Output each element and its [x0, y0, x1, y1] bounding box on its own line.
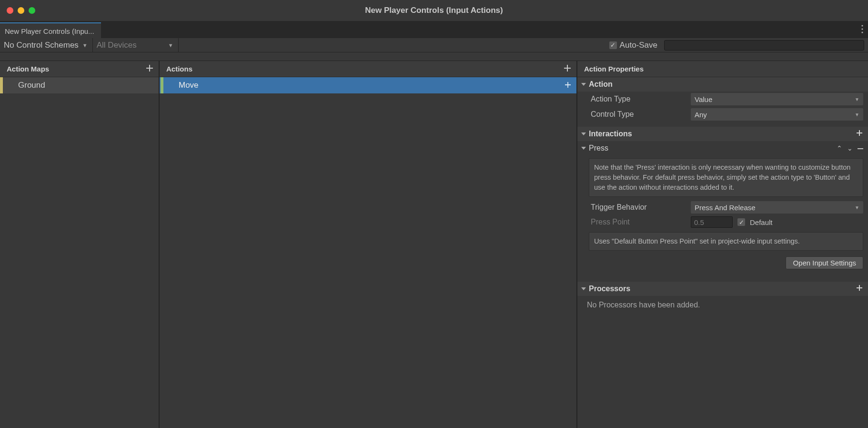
control-type-row: Control Type Any ▼	[577, 107, 868, 122]
remove-interaction-button[interactable]	[858, 144, 863, 152]
action-section-label: Action	[589, 80, 613, 89]
action-type-value: Value	[695, 95, 712, 103]
properties-panel: Action Properties Action Action Type Val…	[577, 61, 868, 428]
action-maps-title: Action Maps	[7, 65, 49, 73]
control-type-dropdown[interactable]: Any ▼	[691, 108, 863, 121]
interactions-section-label: Interactions	[589, 130, 632, 138]
tab-bar: New Player Controls (Inpu...	[0, 21, 868, 38]
auto-save-toggle[interactable]: ✓ Auto-Save	[606, 38, 664, 52]
action-item[interactable]: Move	[160, 77, 576, 93]
open-input-settings-button[interactable]: Open Input Settings	[786, 256, 863, 269]
actions-title: Actions	[166, 65, 192, 73]
tab-asset[interactable]: New Player Controls (Inpu...	[0, 22, 101, 38]
svg-point-0	[861, 25, 863, 26]
auto-save-label: Auto-Save	[620, 41, 657, 50]
actions-panel: Actions Move	[160, 61, 577, 428]
spacer	[0, 52, 868, 61]
svg-point-1	[861, 28, 863, 30]
action-type-dropdown[interactable]: Value ▼	[691, 93, 863, 105]
press-label: Press	[589, 144, 608, 153]
devices-dropdown[interactable]: All Devices ▼	[93, 38, 179, 52]
main-area: Action Maps Ground Actions	[0, 61, 868, 428]
add-binding-button[interactable]	[564, 81, 572, 91]
add-interaction-button[interactable]	[856, 129, 863, 139]
interactions-section-header[interactable]: Interactions	[577, 127, 868, 141]
trigger-behavior-row: Trigger Behavior Press And Release ▼	[577, 200, 868, 215]
press-interaction-header[interactable]: Press ⌃ ⌄	[577, 141, 868, 155]
chevron-down-icon: ▼	[168, 42, 173, 48]
action-section-header[interactable]: Action	[577, 77, 868, 92]
control-schemes-dropdown[interactable]: No Control Schemes ▼	[0, 38, 93, 52]
add-processor-button[interactable]	[856, 284, 863, 294]
svg-point-2	[861, 31, 863, 33]
action-type-row: Action Type Value ▼	[577, 92, 868, 107]
maximize-button[interactable]	[29, 7, 35, 14]
action-maps-list: Ground	[0, 77, 159, 428]
press-point-note: Uses "Default Button Press Point" set in…	[589, 232, 863, 251]
processors-section-label: Processors	[589, 285, 630, 293]
toolbar-spacer	[179, 38, 606, 52]
action-map-label: Ground	[3, 81, 45, 90]
add-action-button[interactable]	[563, 64, 572, 74]
properties-title: Action Properties	[584, 65, 644, 73]
traffic-lights	[7, 7, 35, 14]
add-action-map-button[interactable]	[145, 64, 154, 74]
move-down-icon[interactable]: ⌄	[847, 144, 853, 152]
action-maps-panel: Action Maps Ground	[0, 61, 160, 428]
close-button[interactable]	[7, 7, 13, 14]
control-type-value: Any	[695, 111, 707, 119]
properties-header: Action Properties	[577, 61, 868, 77]
trigger-behavior-value: Press And Release	[695, 204, 756, 212]
actions-list: Move	[160, 77, 576, 428]
action-type-label: Action Type	[591, 95, 686, 103]
press-note: Note that the 'Press' interaction is onl…	[589, 158, 863, 197]
default-label: Default	[750, 218, 773, 226]
devices-label: All Devices	[97, 41, 137, 50]
chevron-down-icon: ▼	[855, 97, 859, 102]
checkbox-icon: ✓	[609, 41, 617, 49]
foldout-icon	[581, 287, 586, 290]
press-point-row: Press Point ✓ Default	[577, 215, 868, 229]
press-point-input[interactable]	[691, 216, 733, 228]
tab-menu-icon[interactable]	[861, 25, 863, 35]
titlebar: New Player Controls (Input Actions)	[0, 0, 868, 21]
default-checkbox[interactable]: ✓	[737, 218, 745, 226]
window-title: New Player Controls (Input Actions)	[0, 6, 868, 15]
action-maps-header: Action Maps	[0, 61, 159, 77]
press-point-label: Press Point	[591, 218, 686, 226]
chevron-down-icon: ▼	[855, 112, 859, 117]
control-type-label: Control Type	[591, 110, 686, 119]
search-input[interactable]	[664, 40, 864, 51]
chevron-down-icon: ▼	[82, 42, 88, 48]
toolbar: No Control Schemes ▼ All Devices ▼ ✓ Aut…	[0, 38, 868, 52]
trigger-behavior-label: Trigger Behavior	[591, 203, 686, 212]
chevron-down-icon: ▼	[855, 205, 859, 210]
processors-empty: No Processors have been added.	[577, 296, 868, 314]
actions-header: Actions	[160, 61, 576, 77]
trigger-behavior-dropdown[interactable]: Press And Release ▼	[691, 201, 863, 214]
foldout-icon	[581, 83, 586, 86]
minimize-button[interactable]	[18, 7, 24, 14]
move-up-icon[interactable]: ⌃	[837, 144, 842, 152]
foldout-icon	[581, 147, 586, 150]
control-schemes-label: No Control Schemes	[4, 41, 79, 50]
processors-section-header[interactable]: Processors	[577, 282, 868, 296]
foldout-icon	[581, 132, 586, 135]
action-label: Move	[163, 81, 199, 90]
action-map-item[interactable]: Ground	[0, 77, 159, 93]
